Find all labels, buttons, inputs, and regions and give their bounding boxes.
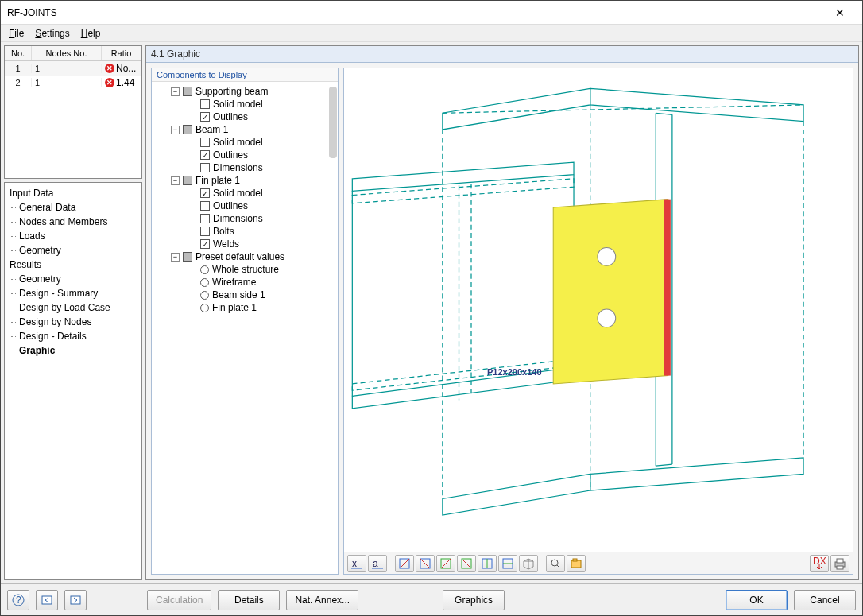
panel-title: 4.1 Graphic (146, 46, 858, 63)
checkbox-tri[interactable] (183, 125, 192, 134)
menu-help[interactable]: Help (76, 26, 106, 41)
grid-row[interactable]: 1 1 ✕No... (5, 61, 141, 76)
nav-nodes-members[interactable]: Nodes and Members (6, 215, 140, 229)
radio[interactable] (200, 291, 209, 300)
view-yz-button[interactable] (436, 555, 455, 572)
checkbox-tri[interactable] (183, 87, 192, 96)
checkbox-tri[interactable] (183, 176, 192, 185)
axis-a-button[interactable]: a (368, 555, 387, 572)
checkbox[interactable] (200, 201, 210, 211)
view-xz-button[interactable] (395, 555, 414, 572)
view-nxy-button[interactable] (498, 555, 517, 572)
checkbox-tri[interactable] (183, 252, 192, 262)
scrollbar-thumb[interactable] (329, 87, 337, 158)
checkbox[interactable] (200, 138, 210, 147)
nav-design-summary[interactable]: Design - Summary (6, 286, 140, 300)
node-solid-model[interactable]: Solid model (153, 136, 336, 149)
checkbox-checked[interactable]: ✓ (200, 239, 210, 249)
col-ratio[interactable]: Ratio (102, 46, 141, 60)
node-welds[interactable]: ✓ Welds (153, 238, 336, 250)
nav-design-lc[interactable]: Design by Load Case (6, 300, 140, 315)
plate-label: P12x200x140 (487, 367, 542, 377)
prev-record-button[interactable] (36, 590, 58, 610)
svg-point-23 (598, 309, 616, 327)
next-record-button[interactable] (64, 590, 87, 610)
snapshot-button[interactable] (567, 555, 586, 572)
svg-line-8 (656, 464, 672, 466)
error-icon: ✕ (105, 64, 114, 73)
svg-rect-34 (573, 559, 577, 561)
error-icon: ✕ (105, 78, 114, 87)
graphics-button[interactable]: Graphics (443, 590, 505, 610)
node-outlines[interactable]: ✓ Outlines (153, 149, 336, 161)
col-no[interactable]: No. (5, 46, 32, 60)
nav-geometry-results[interactable]: Geometry (6, 272, 140, 286)
svg-point-32 (551, 560, 558, 566)
print-button[interactable] (830, 555, 849, 572)
collapse-icon[interactable]: − (171, 176, 180, 185)
cancel-button[interactable]: Cancel (794, 590, 856, 610)
view-xy-button[interactable] (478, 555, 497, 572)
radio[interactable] (200, 278, 209, 287)
ok-button[interactable]: OK (726, 590, 788, 610)
node-preset[interactable]: − Preset default values (153, 250, 336, 263)
checkbox[interactable] (200, 163, 210, 172)
calculation-button[interactable]: Calculation (147, 590, 211, 610)
svg-rect-38 (837, 566, 843, 569)
nav-geometry-input[interactable]: Geometry (6, 243, 140, 258)
col-nodes[interactable]: Nodes No. (32, 46, 102, 60)
help-button[interactable]: ? (7, 590, 29, 610)
view-nyz-button[interactable] (457, 555, 476, 572)
nav-design-nodes[interactable]: Design by Nodes (6, 315, 140, 329)
node-outlines[interactable]: ✓ Outlines (153, 110, 336, 123)
node-solid-model[interactable]: Solid model (153, 98, 336, 110)
collapse-icon[interactable]: − (171, 126, 180, 134)
close-button[interactable]: ✕ (824, 6, 856, 19)
radio-whole-structure[interactable]: Whole structure (153, 263, 336, 276)
zoom-button[interactable] (546, 555, 565, 572)
collapse-icon[interactable]: − (171, 87, 180, 96)
graphic-viewport[interactable]: P12x200x140 (344, 68, 853, 552)
nav-graphic[interactable]: Graphic (6, 343, 140, 358)
view-nxz-button[interactable] (416, 555, 435, 572)
radio-beam-side1[interactable]: Beam side 1 (153, 289, 336, 301)
checkbox[interactable] (200, 99, 210, 109)
node-dimensions[interactable]: Dimensions (153, 212, 336, 225)
node-supporting-beam[interactable]: − Supporting beam (153, 85, 336, 98)
components-tree[interactable]: − Supporting beam Solid model ✓ (152, 82, 338, 574)
checkbox[interactable] (200, 214, 210, 223)
axis-x-button[interactable]: x (347, 555, 366, 572)
nav-design-details[interactable]: Design - Details (6, 329, 140, 343)
nav-loads[interactable]: Loads (6, 229, 140, 243)
results-grid[interactable]: No. Nodes No. Ratio 1 1 ✕No... 2 1 ✕1.44 (4, 45, 142, 179)
checkbox[interactable] (200, 227, 210, 236)
nav-input-data[interactable]: Input Data (6, 186, 140, 200)
node-solid-model[interactable]: ✓ Solid model (153, 187, 336, 200)
view-iso-button[interactable] (519, 555, 538, 572)
checkbox-checked[interactable]: ✓ (200, 188, 210, 198)
nav-general-data[interactable]: General Data (6, 200, 140, 215)
menubar: File Settings Help (1, 25, 862, 42)
radio-wireframe[interactable]: Wireframe (153, 276, 336, 289)
radio-fin-plate1[interactable]: Fin plate 1 (153, 301, 336, 314)
node-outlines[interactable]: Outlines (153, 200, 336, 212)
svg-rect-41 (42, 596, 52, 604)
radio[interactable] (200, 304, 209, 312)
node-bolts[interactable]: Bolts (153, 225, 336, 238)
details-button[interactable]: Details (218, 590, 280, 610)
nat-annex-button[interactable]: Nat. Annex... (286, 590, 358, 610)
collapse-icon[interactable]: − (171, 253, 180, 262)
nav-results[interactable]: Results (6, 258, 140, 272)
grid-row[interactable]: 2 1 ✕1.44 (5, 76, 141, 90)
checkbox-checked[interactable]: ✓ (200, 112, 210, 122)
node-fin-plate1[interactable]: − Fin plate 1 (153, 174, 336, 187)
node-beam1[interactable]: − Beam 1 (153, 123, 336, 136)
menu-file[interactable]: File (4, 26, 29, 41)
nav-tree[interactable]: Input Data General Data Nodes and Member… (4, 182, 142, 580)
dxf-export-button[interactable]: DXF (810, 555, 829, 572)
svg-text:x: x (352, 558, 357, 569)
menu-settings[interactable]: Settings (30, 26, 74, 41)
radio[interactable] (200, 265, 209, 274)
node-dimensions[interactable]: Dimensions (153, 161, 336, 174)
checkbox-checked[interactable]: ✓ (200, 150, 210, 160)
